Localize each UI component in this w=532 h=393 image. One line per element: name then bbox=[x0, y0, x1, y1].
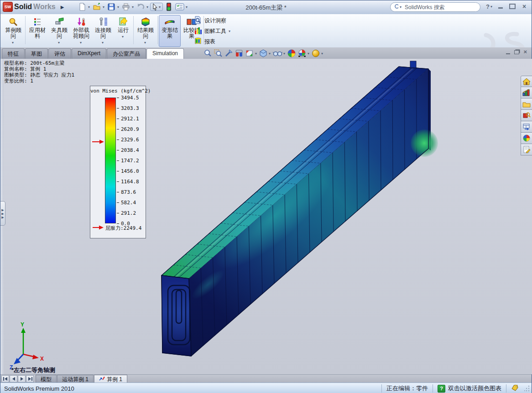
legend-title: von Mises (kgf/cm^2) bbox=[90, 88, 146, 94]
legend-tick: 2038.4 bbox=[121, 147, 139, 153]
chevron-down-icon[interactable]: ▾ bbox=[144, 40, 146, 46]
ribbon-button-label: 算例顾问 bbox=[3, 27, 24, 39]
product-name: SolidWorks Premium 2010 bbox=[4, 385, 381, 392]
study-advisor-icon bbox=[8, 16, 18, 27]
study-tab-bar: 模型 运动算例 1 算例 1 bbox=[0, 374, 532, 383]
ribbon-button-results-advisor[interactable]: 结果顾问 ▾ bbox=[135, 15, 156, 47]
chevron-down-icon[interactable]: ▾ bbox=[400, 5, 402, 9]
chevron-down-icon[interactable]: ▾ bbox=[308, 52, 309, 56]
ribbon-button-deformed-result[interactable]: 变形结果 bbox=[159, 15, 181, 47]
section-view-icon[interactable] bbox=[234, 49, 244, 58]
doc-close-button[interactable]: × bbox=[523, 50, 527, 54]
search-box[interactable]: ▾ bbox=[390, 2, 480, 12]
beam-model-3d[interactable]: Y X Z bbox=[0, 59, 532, 374]
ribbon-button-label: 运行 bbox=[118, 27, 129, 33]
ribbon-button-fixtures-advisor[interactable]: 夹具顾问 ▾ bbox=[48, 15, 70, 47]
previous-view-icon[interactable] bbox=[224, 49, 234, 58]
ribbon-button-design-insight[interactable]: 设计洞察 bbox=[194, 16, 231, 25]
tab-features[interactable]: 特征 bbox=[2, 48, 25, 59]
legend-tick: 2620.9 bbox=[121, 126, 139, 132]
plot-annotation: 模型名称: 200t-65m主梁算例名称: 算例 1图解类型: 静态 节应力 应… bbox=[4, 60, 74, 84]
status-bar: SolidWorks Premium 2010 正在编辑：零件 ? 双击以激活颜… bbox=[0, 383, 532, 393]
chevron-down-icon[interactable]: ▾ bbox=[58, 40, 60, 46]
chevron-down-icon[interactable]: ▾ bbox=[229, 29, 230, 33]
chevron-down-icon[interactable]: ▾ bbox=[12, 40, 14, 46]
chevron-down-icon[interactable]: ▾ bbox=[255, 52, 257, 56]
ribbon-button-study-advisor[interactable]: 算例顾问 ▾ bbox=[2, 15, 24, 47]
help-icon[interactable]: ? bbox=[438, 385, 445, 393]
tag-icon[interactable] bbox=[511, 385, 519, 393]
ribbon-button-report[interactable]: 报表 bbox=[194, 37, 231, 46]
edit-appearance-icon[interactable] bbox=[287, 49, 297, 58]
zoom-to-fit-icon[interactable] bbox=[203, 49, 213, 58]
view-settings-icon[interactable] bbox=[311, 49, 321, 58]
legend-tick: 3494.5 bbox=[121, 95, 139, 101]
ribbon-button-label: 变形结果 bbox=[159, 27, 180, 39]
ribbon-button-connections-advisor[interactable]: 连接顾问 ▾ bbox=[92, 15, 114, 47]
triad-x-label: X bbox=[40, 356, 44, 362]
graphics-viewport[interactable]: Y X Z 模型名称: 200t-65m主梁算例名称: 算例 1图解类型: 静态… bbox=[0, 59, 532, 374]
chevron-down-icon[interactable]: ▾ bbox=[80, 40, 82, 46]
study-icon bbox=[99, 376, 105, 383]
help-button[interactable]: ?▾ bbox=[486, 3, 493, 10]
ribbon-button-label: 夹具顾问 bbox=[49, 27, 70, 39]
appearances-icon[interactable] bbox=[521, 133, 532, 144]
run-icon bbox=[118, 16, 128, 27]
ribbon-button-plot-tools[interactable]: 图解工具 ▾ bbox=[194, 26, 231, 36]
maximize-button[interactable] bbox=[508, 3, 517, 10]
tab-study-1[interactable]: 算例 1 bbox=[94, 375, 127, 383]
hide-show-items-icon[interactable] bbox=[272, 49, 283, 58]
tab-simulation[interactable]: Simulation bbox=[146, 48, 184, 59]
window-controls: ?▾ × bbox=[486, 3, 529, 10]
legend-gradient-bar[interactable] bbox=[105, 98, 116, 223]
close-button[interactable]: × bbox=[520, 3, 529, 10]
zoom-to-area-icon[interactable] bbox=[213, 49, 223, 58]
ribbon-button-label: 图解工具 bbox=[204, 27, 226, 35]
doc-restore-button[interactable] bbox=[514, 50, 519, 54]
design-library-icon[interactable] bbox=[521, 87, 532, 98]
doc-minimize-button[interactable] bbox=[506, 50, 510, 54]
file-explorer-icon[interactable] bbox=[521, 98, 532, 110]
legend-tick: 3203.3 bbox=[121, 105, 139, 111]
search-cube-icon[interactable] bbox=[521, 110, 532, 121]
ribbon-button-external-loads-advisor[interactable]: 外部载荷顾问 ▾ bbox=[70, 15, 92, 47]
task-pane-bar bbox=[521, 76, 532, 155]
hint-segment: ? 双击以激活颜色图表 bbox=[433, 384, 506, 393]
legend-tick: 582.4 bbox=[121, 200, 136, 206]
command-manager-ribbon: 算例顾问 ▾ 应用材料 夹具顾问 ▾ 外部载荷顾问 ▾ 连接顾问 ▾ bbox=[0, 14, 532, 48]
last-tab-icon[interactable] bbox=[26, 375, 34, 383]
chevron-down-icon[interactable]: ▾ bbox=[269, 52, 271, 56]
legend-tick: 2912.1 bbox=[121, 116, 139, 122]
search-input[interactable] bbox=[404, 4, 476, 11]
design-insight-icon bbox=[194, 16, 202, 26]
legend-tick: 873.6 bbox=[121, 189, 136, 195]
chevron-down-icon[interactable]: ▾ bbox=[283, 52, 285, 56]
ribbon-button-run[interactable]: 运行 ▾ bbox=[114, 15, 132, 47]
chevron-down-icon[interactable]: ▾ bbox=[122, 34, 124, 40]
view-orientation-icon[interactable] bbox=[245, 49, 255, 58]
home-icon[interactable] bbox=[521, 76, 532, 87]
chevron-down-icon[interactable]: ▾ bbox=[321, 52, 323, 56]
apply-material-icon bbox=[32, 16, 42, 27]
tab-evaluate[interactable]: 评估 bbox=[48, 48, 71, 59]
minimize-button[interactable] bbox=[496, 3, 505, 10]
panel-expand-handle[interactable]: ▶▶▶ bbox=[0, 201, 5, 226]
search-icon bbox=[394, 4, 398, 10]
first-tab-icon[interactable] bbox=[1, 375, 9, 383]
resize-grip[interactable] bbox=[524, 384, 531, 393]
tab-motion-study-1[interactable]: 运动算例 1 bbox=[57, 375, 94, 383]
tab-model[interactable]: 模型 bbox=[36, 375, 57, 383]
tab-sketch[interactable]: 草图 bbox=[25, 48, 48, 59]
display-style-icon[interactable] bbox=[258, 49, 268, 58]
tab-dimxpert[interactable]: DimXpert bbox=[72, 48, 106, 59]
ribbon-button-apply-material[interactable]: 应用材料 bbox=[26, 15, 48, 47]
apply-scene-icon[interactable] bbox=[297, 49, 307, 58]
view-palette-icon[interactable] bbox=[521, 121, 532, 133]
ribbon-button-label: 应用材料 bbox=[27, 27, 48, 39]
previous-tab-icon[interactable] bbox=[10, 375, 17, 383]
legend-tick: 1164.8 bbox=[121, 179, 139, 185]
custom-properties-icon[interactable] bbox=[521, 144, 532, 155]
next-tab-icon[interactable] bbox=[18, 375, 26, 383]
chevron-down-icon[interactable]: ▾ bbox=[102, 40, 104, 46]
tab-office-products[interactable]: 办公室产品 bbox=[107, 48, 146, 59]
